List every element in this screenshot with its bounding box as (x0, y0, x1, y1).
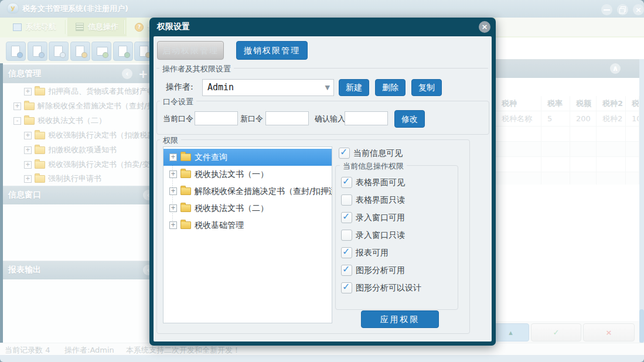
report-enabled-checkbox[interactable] (341, 247, 352, 258)
panel-header-report-output[interactable]: 报表输出 ‹ (3, 261, 149, 279)
frame-icon (13, 23, 22, 31)
expander-icon[interactable]: + (24, 175, 32, 183)
vertical-scrollbar[interactable] (639, 59, 644, 343)
expander-icon[interactable]: + (169, 204, 177, 212)
column-header[interactable]: 税额 (570, 96, 597, 111)
confirm-password-label: 确认输入 (315, 114, 345, 124)
folder-icon (24, 103, 35, 110)
expander-icon[interactable]: + (13, 103, 21, 110)
window-title: 税务文书管理系统(非注册用户) (22, 4, 128, 14)
apply-permission-button[interactable]: 应用权限 (361, 310, 439, 328)
panel-header-info-management[interactable]: 信息管理 ‹ + (3, 64, 149, 83)
expander-icon[interactable]: + (169, 170, 177, 178)
perm-tree-item[interactable]: +税收基础管理 (163, 217, 332, 234)
right-panel-header[interactable]: ∧ (496, 59, 639, 78)
minimize-icon (604, 9, 610, 11)
chevron-down-icon: ▼ (325, 84, 330, 91)
current-password-label: 当前口令 (163, 114, 193, 124)
table-header-row: 税种 税率 税额 税种2 税 (496, 96, 639, 111)
expander-icon[interactable]: + (169, 221, 177, 229)
perm-tree-item[interactable]: +文件查询 (163, 149, 332, 166)
table-view-button[interactable] (28, 42, 47, 61)
folder-icon (180, 204, 191, 212)
minimize-button[interactable] (601, 4, 612, 15)
new-operator-button[interactable]: 新建 (339, 79, 369, 96)
user-button[interactable] (70, 42, 90, 61)
right-empty-area (496, 185, 639, 321)
tree-item[interactable]: +扣缴税收款项通知书 (3, 143, 171, 157)
search-doc-button[interactable] (6, 42, 26, 61)
grid-icon (76, 23, 84, 31)
tree-item[interactable]: +税收强制执行决定书（拍卖/变卖 (3, 158, 171, 172)
tab-system-nav[interactable]: 系统导航 (5, 18, 64, 36)
operator-group-legend: 操作者及其权限设置 (159, 64, 234, 74)
x-icon: × (606, 328, 612, 337)
modify-password-button[interactable]: 修改 (394, 110, 425, 128)
folder-icon (180, 170, 191, 178)
new-password-field[interactable] (265, 111, 309, 125)
confirm-password-field[interactable] (345, 111, 388, 125)
tree-item[interactable]: -税收执法文书（二） (3, 114, 160, 128)
folder-icon (180, 153, 191, 161)
current-info-visible-checkbox[interactable] (339, 148, 350, 159)
entry-window-enabled-checkbox[interactable] (341, 212, 352, 223)
column-header[interactable]: 税率 (541, 96, 570, 111)
current-password-field[interactable] (195, 111, 238, 125)
record-up-button[interactable]: ▴ (492, 323, 529, 341)
dialog-close-button[interactable]: × (479, 21, 490, 33)
perm-tree-item[interactable]: +税收执法文书（二） (163, 200, 332, 217)
dialog-title: 权限设置 (157, 22, 190, 32)
plus-icon[interactable]: + (138, 67, 148, 81)
perm-tree-item[interactable]: +税收执法文书（一） (163, 166, 332, 183)
column-header[interactable]: 税种 (496, 96, 541, 111)
chevron-left-icon[interactable]: ‹ (122, 69, 132, 79)
title-bar: y 税务文书管理系统(非注册用户) × (0, 0, 644, 18)
column-header[interactable]: 税种2 (597, 96, 626, 111)
tree-item[interactable]: +解除税收保全措施决定书（查封/扣 (3, 99, 160, 113)
expander-icon[interactable]: + (169, 187, 177, 195)
expander-icon[interactable]: + (24, 88, 32, 95)
column-header[interactable]: 税 (626, 96, 639, 111)
expander-icon[interactable]: + (24, 132, 32, 139)
expander-icon[interactable]: + (24, 161, 32, 169)
expander-icon[interactable]: + (24, 146, 32, 154)
tab-bar-right-filler (496, 18, 644, 36)
tree-item[interactable]: +税收强制执行决定书（扣缴税款 (3, 128, 171, 142)
document-button[interactable] (49, 42, 69, 61)
scrollbar-thumb[interactable] (639, 309, 644, 343)
record-cancel-button[interactable]: × (583, 323, 635, 341)
add-doc-button[interactable] (113, 42, 133, 61)
close-button[interactable]: × (633, 4, 644, 15)
record-confirm-button[interactable]: ✓ (531, 323, 581, 341)
restore-button[interactable] (617, 4, 628, 15)
dialog-body: 启动权限管理 撤销权限管理 操作者及其权限设置 操作者: Admin ▼ 新建 … (154, 36, 492, 341)
grid-readonly-checkbox[interactable] (341, 194, 352, 206)
grid-visible-checkbox[interactable] (341, 177, 352, 188)
close-icon: × (482, 22, 488, 31)
entry-window-readonly-checkbox[interactable] (341, 230, 352, 241)
chart-design-checkbox[interactable] (341, 282, 352, 293)
delete-operator-button[interactable]: 删除 (375, 79, 406, 96)
chart-enabled-checkbox[interactable] (341, 265, 352, 276)
app-logo-icon: y (8, 4, 18, 13)
folder-icon (35, 88, 45, 95)
copy-operator-button[interactable]: 复制 (411, 79, 442, 96)
chevron-up-icon[interactable]: ∧ (610, 63, 621, 74)
perm-tree-item[interactable]: +解除税收保全措施决定书（查封/扣押适用 (163, 183, 332, 200)
operator-label: 操作者: (166, 82, 193, 93)
operator-select[interactable]: Admin ▼ (202, 79, 334, 96)
folder-icon (180, 221, 191, 229)
tab-info-operations[interactable]: 信息操作 (67, 18, 127, 36)
table-row-empty (496, 157, 639, 172)
table-row[interactable]: 税种名称 5 200 税种2 10 (496, 111, 639, 127)
permission-group-legend: 权限 (160, 135, 181, 146)
dialog-header[interactable]: 权限设置 × (149, 18, 496, 36)
tree-item[interactable]: +扣押商品、货物或者其他财产收 (3, 84, 171, 98)
folder-icon (35, 175, 45, 183)
expander-icon[interactable]: + (169, 153, 177, 161)
expander-icon[interactable]: - (13, 117, 21, 125)
panel-header-info-window[interactable]: 信息窗口 ‹ (3, 186, 149, 204)
tree-item[interactable]: +强制执行申请书 (3, 172, 171, 186)
window-view-button[interactable] (91, 42, 111, 61)
revoke-permission-button[interactable]: 撤销权限管理 (236, 41, 308, 60)
